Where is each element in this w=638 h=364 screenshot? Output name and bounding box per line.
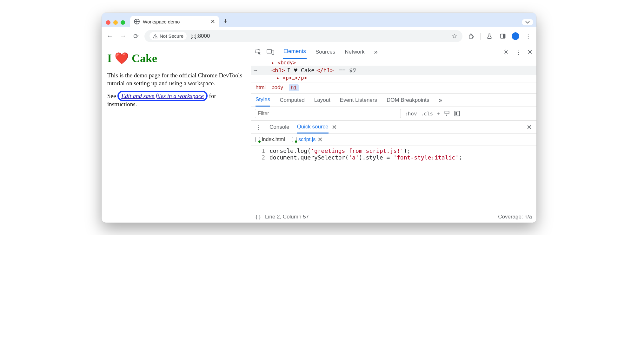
back-button[interactable]: ← <box>105 31 114 41</box>
svg-rect-3 <box>503 34 505 38</box>
subtab-event-listeners[interactable]: Event Listeners <box>340 97 377 103</box>
close-quick-source-button[interactable]: ✕ <box>332 123 337 131</box>
url-text: [::]:8000 <box>190 33 210 39</box>
reload-button[interactable]: ⟳ <box>132 31 140 41</box>
cls-toggle[interactable]: .cls <box>421 111 433 117</box>
dom-selected-row[interactable]: ⋯ <h1>I ♥ Cake</h1> == $0 <box>251 66 536 75</box>
close-tab-button[interactable]: ✕ <box>210 18 215 25</box>
tab-network[interactable]: Network <box>344 46 365 58</box>
devtools-main-tabs: Elements Sources Network » ⋮ ✕ <box>251 45 536 59</box>
drawer-menu-button[interactable]: ⋮ <box>256 123 262 131</box>
close-drawer-button[interactable]: ✕ <box>527 123 532 131</box>
svg-rect-6 <box>272 51 274 54</box>
tabs-overflow-button[interactable]: » <box>374 45 378 59</box>
subtab-computed[interactable]: Computed <box>280 97 304 103</box>
file-tabbar: index.html script.js ✕ <box>251 134 536 146</box>
tab-sources[interactable]: Sources <box>315 46 336 58</box>
globe-icon <box>134 19 140 24</box>
drawer-tab-console[interactable]: Console <box>269 124 289 130</box>
drawer-tab-quick-source[interactable]: Quick source <box>297 121 328 133</box>
layout-icon[interactable] <box>454 110 460 117</box>
drawer-tabbar: ⋮ Console Quick source ✕ ✕ <box>251 120 536 134</box>
content-area: I ❤️ Cake This is the demo page for the … <box>102 45 536 223</box>
styles-tabbar: Styles Computed Layout Event Listeners D… <box>251 94 536 107</box>
rendered-page: I ❤️ Cake This is the demo page for the … <box>102 45 251 223</box>
dom-parent-row[interactable]: ▸ <body> <box>251 59 536 66</box>
paint-icon[interactable] <box>444 110 450 117</box>
dom-breadcrumbs: html body h1 <box>251 82 536 94</box>
maximize-window-button[interactable] <box>121 20 125 25</box>
dom-next-row[interactable]: ▸ <p>…</p> <box>251 75 536 82</box>
svg-rect-10 <box>455 112 457 115</box>
cursor-position: Line 2, Column 57 <box>265 214 309 220</box>
coverage-status: Coverage: n/a <box>498 214 532 220</box>
crumb-html[interactable]: html <box>256 84 266 91</box>
code-body[interactable]: console.log('greetings from script.js!')… <box>269 147 536 209</box>
file-icon <box>292 137 296 142</box>
minimize-window-button[interactable] <box>113 20 118 25</box>
link-paragraph: See Edit and save files in a workspace f… <box>107 92 245 108</box>
subtabs-overflow-button[interactable]: » <box>439 96 442 104</box>
close-devtools-button[interactable]: ✕ <box>527 48 533 56</box>
file-tab-script[interactable]: script.js ✕ <box>292 136 323 143</box>
crumb-body[interactable]: body <box>271 84 283 91</box>
editor-statusbar: { } Line 2, Column 57 Coverage: n/a <box>251 211 536 223</box>
flask-icon <box>486 33 493 39</box>
devtools-menu-button[interactable]: ⋮ <box>515 48 522 56</box>
tab-elements[interactable]: Elements <box>283 45 307 59</box>
browser-tab[interactable]: Workspace demo ✕ <box>130 16 219 27</box>
tab-strip: Workspace demo ✕ + <box>102 13 536 27</box>
subtab-styles[interactable]: Styles <box>256 94 270 107</box>
close-window-button[interactable] <box>106 20 110 25</box>
close-file-button[interactable]: ✕ <box>317 136 323 143</box>
separator <box>480 33 481 40</box>
devtools-panel: Elements Sources Network » ⋮ ✕ ▸ <body> … <box>251 45 536 223</box>
line-gutter: 1 2 <box>251 147 269 209</box>
browser-window: Workspace demo ✕ + ← → ⟳ Not Secure [::]… <box>102 13 536 223</box>
highlighted-link: Edit and save files in a workspace <box>117 91 208 101</box>
svg-rect-8 <box>445 111 449 114</box>
file-icon <box>256 137 260 142</box>
hov-toggle[interactable]: :hov <box>405 111 417 117</box>
new-tab-button[interactable]: + <box>222 17 231 27</box>
tab-title: Workspace demo <box>143 19 180 24</box>
warning-icon <box>153 34 158 39</box>
format-button[interactable]: { } <box>256 214 261 220</box>
subtab-dom-breakpoints[interactable]: DOM Breakpoints <box>387 97 429 103</box>
svg-rect-9 <box>455 111 459 116</box>
svg-point-7 <box>505 51 507 53</box>
crumb-h1[interactable]: h1 <box>289 84 299 91</box>
security-chip[interactable]: Not Secure <box>150 32 187 40</box>
bookmark-button[interactable]: ☆ <box>452 32 457 40</box>
chrome-menu-button[interactable]: ⋮ <box>524 31 533 41</box>
file-tab-index[interactable]: index.html <box>256 137 285 142</box>
heart-icon: ❤️ <box>115 52 129 65</box>
svg-point-1 <box>155 37 155 37</box>
browser-toolbar: ← → ⟳ Not Secure [::]:8000 ☆ ⋮ <box>102 27 536 45</box>
tab-overflow-button[interactable] <box>522 19 533 25</box>
intro-paragraph: This is the demo page for the official C… <box>107 71 245 88</box>
window-controls <box>105 20 128 27</box>
source-editor[interactable]: 1 2 console.log('greetings from script.j… <box>251 146 536 211</box>
device-toggle-icon[interactable] <box>266 49 275 55</box>
forward-button[interactable]: → <box>119 31 128 41</box>
panel-icon <box>500 33 506 39</box>
chevron-down-icon <box>525 20 530 24</box>
settings-button[interactable] <box>502 49 509 55</box>
tutorial-link[interactable]: Edit and save files in a workspace <box>121 93 204 99</box>
side-panel-button[interactable] <box>498 32 507 41</box>
styles-toolbar: :hov .cls + <box>251 107 536 120</box>
dom-actions-icon[interactable]: ⋯ <box>254 67 258 74</box>
page-heading: I ❤️ Cake <box>107 51 245 66</box>
puzzle-icon <box>468 33 475 39</box>
styles-filter-input[interactable] <box>255 109 401 118</box>
address-bar[interactable]: Not Secure [::]:8000 ☆ <box>144 30 462 42</box>
subtab-layout[interactable]: Layout <box>314 97 330 103</box>
new-style-button[interactable]: + <box>437 111 440 117</box>
profile-button[interactable] <box>512 32 519 40</box>
extensions-button[interactable] <box>467 32 476 41</box>
labs-button[interactable] <box>485 32 494 41</box>
inspect-icon[interactable] <box>255 49 262 55</box>
svg-rect-5 <box>267 49 272 53</box>
